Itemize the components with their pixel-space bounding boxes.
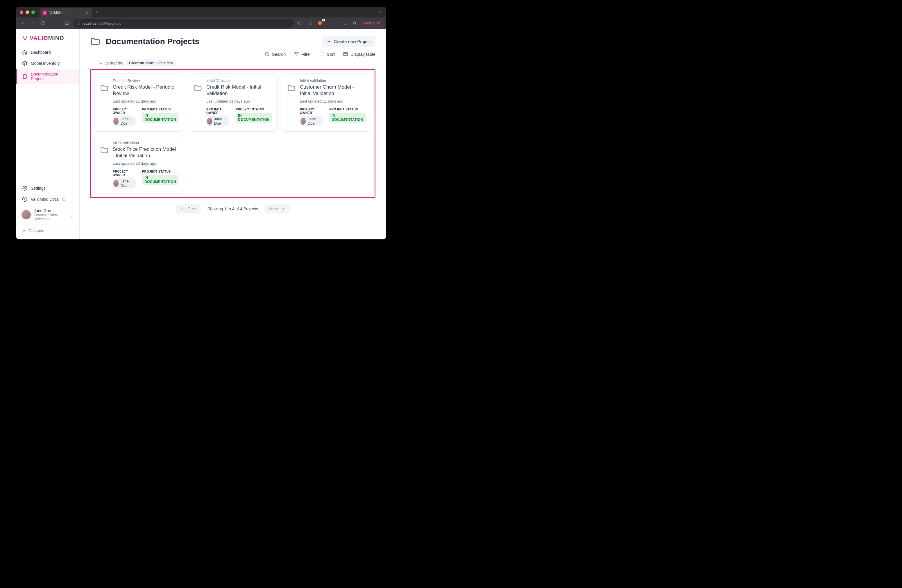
owner-name: Jane Doe — [121, 117, 133, 125]
prev-page-button[interactable]: Prev — [176, 204, 201, 214]
project-updated: Last updated 11 days ago — [113, 99, 179, 103]
status-badge: IN DOCUMENTATION — [329, 113, 366, 123]
sidebar-nav: Dashboard Model Inventory Documentation … — [16, 47, 79, 84]
forward-button[interactable] — [29, 20, 36, 27]
reload-button[interactable] — [39, 20, 46, 27]
user-name: Jane Doe — [34, 208, 67, 213]
app-page: VALIDMIND Dashboard Model Inventory — [16, 29, 386, 239]
sidebar-item-label: Dashboard — [31, 50, 51, 55]
project-title: Credit Risk Model - Initial Validation — [206, 84, 272, 97]
owner-chip[interactable]: Jane Doe — [113, 178, 136, 188]
close-window-button[interactable] — [20, 11, 23, 14]
user-menu-button[interactable]: ⋮ — [69, 212, 74, 217]
card-body: Periodic Review Credit Risk Model - Peri… — [113, 78, 179, 126]
avatar — [113, 118, 119, 125]
update-button[interactable]: Update — [361, 20, 383, 27]
owner-chip[interactable]: Jane Doe — [206, 116, 229, 126]
minimize-window-button[interactable] — [25, 11, 29, 14]
back-button[interactable] — [19, 20, 26, 27]
card-body: Initial Validation Credit Risk Model - I… — [206, 78, 272, 126]
maximize-window-button[interactable] — [31, 11, 35, 14]
user-meta: Jane Doe Customer Admin, Developer — [34, 208, 67, 221]
filter-action[interactable]: Filter — [294, 52, 311, 57]
gear-icon — [22, 186, 27, 191]
table-icon — [343, 52, 348, 57]
new-tab-button[interactable]: + — [92, 9, 102, 16]
status-column: PROJECT STATUS IN DOCUMENTATION — [142, 170, 179, 188]
shield-count: 1 — [322, 19, 325, 22]
card-body: Initial Validation Customer Churn Model … — [300, 78, 366, 126]
site-info-icon[interactable]: ⓘ — [77, 21, 80, 26]
status-badge: IN DOCUMENTATION — [236, 113, 272, 123]
toolbar-right: 1 Update — [297, 20, 383, 27]
owner-chip[interactable]: Jane Doe — [113, 116, 136, 126]
sidebar-item-settings[interactable]: Settings — [16, 183, 79, 194]
sort-chip[interactable]: Creation date: Latest first — [126, 59, 176, 66]
owner-name: Jane Doe — [121, 179, 133, 188]
project-type: Initial Validation — [206, 78, 272, 83]
logo-text: VALIDMIND — [30, 35, 64, 42]
svg-line-13 — [268, 55, 269, 56]
main-content: Documentation Projects Create new Projec… — [80, 29, 386, 239]
project-card[interactable]: Periodic Review Credit Risk Model - Peri… — [94, 74, 184, 131]
chevron-double-left-icon — [22, 228, 26, 233]
project-card[interactable]: Initial Validation Stock Price Predictio… — [94, 136, 184, 194]
arrow-left-icon — [180, 206, 185, 211]
sort-action[interactable]: Sort — [319, 52, 335, 57]
svg-point-12 — [265, 52, 268, 55]
logo-icon — [22, 36, 28, 41]
sidebar-item-documentation-projects[interactable]: Documentation Projects — [16, 69, 79, 84]
close-tab-button[interactable]: ✕ — [86, 11, 89, 15]
sidebar-item-dashboard[interactable]: Dashboard — [16, 47, 79, 58]
status-label: PROJECT STATUS — [236, 108, 272, 111]
address-bar[interactable]: ⓘ localhost:3000/projects — [73, 19, 294, 28]
extensions-button[interactable] — [351, 20, 358, 27]
owner-label: PROJECT OWNER — [113, 108, 136, 114]
search-action[interactable]: Search — [265, 52, 286, 57]
status-label: PROJECT STATUS — [142, 108, 179, 111]
avatar — [22, 210, 31, 219]
svg-point-9 — [25, 198, 25, 199]
next-page-button[interactable]: Next — [265, 204, 290, 214]
sidebar-item-label: ValidMind Docs — [31, 197, 59, 202]
svg-rect-18 — [343, 53, 348, 56]
create-project-button[interactable]: Create new Project — [322, 36, 376, 47]
display-table-action[interactable]: Display table — [343, 52, 376, 57]
bookmark-button[interactable] — [63, 20, 70, 27]
project-type: Initial Validation — [300, 78, 366, 83]
collapse-label: Collapse — [28, 228, 44, 233]
project-type: Initial Validation — [113, 141, 179, 145]
sidebar-user[interactable]: Jane Doe Customer Admin, Developer ⋮ — [16, 205, 79, 225]
status-label: PROJECT STATUS — [142, 170, 179, 173]
tab-overflow-button[interactable] — [378, 10, 386, 14]
status-column: PROJECT STATUS IN DOCUMENTATION — [236, 108, 272, 126]
projects-grid-highlight: Periodic Review Credit Risk Model - Peri… — [90, 69, 376, 198]
owner-chip[interactable]: Jane Doe — [300, 116, 323, 126]
logo[interactable]: VALIDMIND — [16, 35, 79, 47]
sort-label: Sort — [327, 52, 335, 57]
tab-title: ValidMind — [49, 11, 83, 15]
shield-button[interactable]: 1 — [316, 20, 323, 27]
sidebar-item-model-inventory[interactable]: Model Inventory — [16, 58, 79, 69]
devtools-button[interactable] — [297, 20, 304, 27]
page-header: Documentation Projects Create new Projec… — [90, 36, 376, 47]
sort-indicator-icon — [97, 61, 102, 66]
next-label: Next — [269, 206, 278, 211]
project-updated: Last updated 11 days ago — [300, 99, 366, 103]
sidebar-item-label: Settings — [31, 186, 45, 191]
project-card[interactable]: Initial Validation Credit Risk Model - I… — [188, 74, 277, 131]
browser-tab[interactable]: V ValidMind ✕ — [39, 8, 92, 17]
fullscreen-button[interactable] — [341, 20, 348, 27]
project-title: Customer Churn Model - Initial Validatio… — [300, 84, 366, 97]
projects-grid: Periodic Review Credit Risk Model - Peri… — [94, 74, 371, 194]
collapse-sidebar-button[interactable]: Collapse — [16, 225, 79, 236]
sidebar-item-label: Model Inventory — [31, 61, 60, 66]
project-type: Periodic Review — [113, 78, 179, 83]
search-label: Search — [272, 52, 286, 57]
share-button[interactable] — [307, 20, 313, 27]
owner-name: Jane Doe — [308, 117, 319, 125]
project-card[interactable]: Initial Validation Customer Churn Model … — [282, 74, 371, 131]
owner-column: PROJECT OWNER Jane Doe — [206, 108, 229, 126]
sidebar-item-docs[interactable]: ValidMind Docs — [16, 194, 79, 205]
project-meta: PROJECT OWNER Jane Doe PROJECT STATUS IN… — [113, 170, 179, 188]
